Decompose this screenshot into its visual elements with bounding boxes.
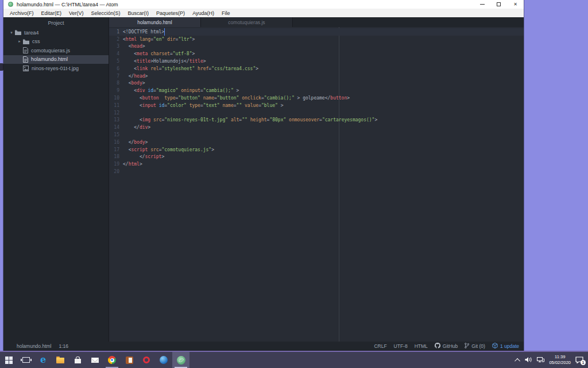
menu-item[interactable]: Paquetes(P)	[156, 10, 185, 16]
line-number: 13	[109, 117, 123, 122]
mail-envelope-icon	[91, 358, 99, 363]
tab-label: holamundo.html	[137, 20, 172, 25]
code-line[interactable]: 3 <head>	[109, 43, 524, 51]
code-text: <html lang="en" dir="ltr">	[123, 37, 195, 42]
title-bar[interactable]: holamundo.html — C:\HTML\tarea4 — Atom ✕	[3, 0, 524, 9]
status-line-ending[interactable]: CRLF	[374, 343, 386, 349]
chevron-down-icon[interactable]: ▾	[9, 30, 14, 35]
code-line[interactable]: 1<!DOCTYPE html>	[109, 28, 524, 36]
github-status[interactable]: GitHub	[435, 343, 458, 350]
store-button[interactable]	[69, 352, 86, 368]
code-line[interactable]: 14 </div>	[109, 124, 524, 131]
code-line[interactable]: 19</html>	[109, 160, 524, 168]
git-branch-icon	[465, 343, 469, 350]
line-number: 4	[109, 51, 123, 56]
windows-logo-icon	[5, 356, 13, 364]
status-bar: holamundo.html 1:16 CRLF UTF-8 HTML GitH…	[3, 342, 524, 351]
github-label: GitHub	[443, 343, 458, 349]
code-line[interactable]: 6 <link rel="stylesheet" href="css/tarea…	[109, 65, 524, 72]
git-status[interactable]: Git (0)	[465, 343, 485, 350]
menu-item[interactable]: Buscar(I)	[128, 10, 149, 16]
code-editor[interactable]: 1<!DOCTYPE html>2<html lang="en" dir="lt…	[109, 27, 524, 342]
office-document-icon	[126, 356, 133, 364]
tree-item-comotuquieras-js[interactable]: comotuquieras.js	[3, 46, 109, 55]
code-text: </body>	[123, 140, 148, 145]
line-number: 7	[109, 74, 123, 79]
blue-sphere-app-button[interactable]	[155, 352, 172, 368]
code-text: </script>	[123, 154, 164, 159]
code-line[interactable]: 5 <title>Holamundojs</title>	[109, 57, 524, 65]
code-text: <script src="comotuquieras.js">	[123, 147, 214, 152]
menu-item[interactable]: File	[222, 10, 230, 16]
file-explorer-button[interactable]	[52, 352, 69, 368]
mail-button[interactable]	[86, 352, 103, 368]
update-status[interactable]: 1 update	[492, 343, 519, 350]
minimize-button[interactable]	[474, 0, 490, 9]
line-number: 6	[109, 66, 123, 71]
volume-icon[interactable]	[525, 355, 532, 365]
text-cursor	[164, 28, 165, 36]
close-button[interactable]: ✕	[507, 0, 524, 9]
edge-button[interactable]: e	[34, 352, 52, 368]
notification-badge: 1	[581, 360, 586, 365]
task-view-button[interactable]	[17, 352, 34, 368]
code-line[interactable]: 17 <script src="comotuquieras.js">	[109, 146, 524, 154]
menu-item[interactable]: Ayuda(H)	[192, 10, 214, 16]
maximize-button[interactable]	[490, 0, 507, 9]
code-line[interactable]: 7 </head>	[109, 72, 524, 80]
line-number: 11	[109, 103, 123, 108]
code-line[interactable]: 13 <img src="ninos-reyes-01t-t.jpg" alt=…	[109, 117, 524, 124]
opera-button[interactable]	[138, 352, 155, 368]
status-grammar[interactable]: HTML	[415, 343, 428, 349]
git-label: Git (0)	[471, 343, 485, 349]
code-line[interactable]: 8 <body>	[109, 80, 524, 87]
tree-item-css[interactable]: ▸ css	[3, 37, 109, 47]
code-line[interactable]: 9 <div id="magico" oninput="cambia();" >	[109, 87, 524, 94]
action-center-button[interactable]: 1	[575, 356, 583, 363]
file-explorer-icon	[56, 358, 64, 363]
github-icon	[435, 343, 440, 350]
menu-item[interactable]: Selección(S)	[91, 10, 121, 16]
tab-holamundo-html[interactable]: holamundo.html	[109, 17, 201, 27]
code-line[interactable]: 18 </script>	[109, 154, 524, 161]
blue-sphere-app-icon	[160, 356, 168, 364]
code-line[interactable]: 2<html lang="en" dir="ltr">	[109, 36, 524, 43]
line-number: 19	[109, 162, 123, 167]
tab-comotuquieras-js[interactable]: comotuquieras.js	[201, 17, 293, 27]
code-line[interactable]: 10 <button type="button" name="button" o…	[109, 94, 524, 102]
status-encoding[interactable]: UTF-8	[394, 343, 408, 349]
code-line[interactable]: 4 <meta charset="utf-8">	[109, 50, 524, 57]
opera-icon	[143, 356, 150, 363]
tab-label: comotuquieras.js	[228, 20, 265, 25]
atom-taskbar-button[interactable]	[172, 352, 189, 368]
office-document-button[interactable]	[121, 352, 138, 368]
atom-window: holamundo.html — C:\HTML\tarea4 — Atom ✕…	[3, 0, 524, 351]
maximize-icon	[497, 2, 501, 6]
menu-item[interactable]: Editar(E)	[41, 10, 62, 16]
network-icon[interactable]	[537, 355, 544, 365]
chrome-button[interactable]	[103, 352, 121, 368]
tree-item-tarea4[interactable]: ▾ tarea4	[3, 28, 109, 37]
chevron-right-icon[interactable]: ▸	[17, 39, 22, 44]
line-number: 15	[109, 132, 123, 137]
status-file-name[interactable]: holamundo.html	[17, 343, 51, 349]
tree-item-holamundo-html[interactable]: holamundo.html	[3, 55, 109, 64]
line-number: 18	[109, 154, 123, 159]
line-number: 16	[109, 140, 123, 145]
code-text: <input id="color" type="text" name="" va…	[123, 103, 284, 108]
line-number: 12	[109, 110, 123, 116]
code-line[interactable]: 20	[109, 168, 524, 175]
clock[interactable]: 11:39 05/02/2020	[549, 354, 571, 366]
code-line[interactable]: 16 </body>	[109, 139, 524, 146]
start-button[interactable]	[0, 352, 17, 368]
menu-item[interactable]: Archivo(F)	[10, 10, 34, 16]
code-line[interactable]: 15	[109, 131, 524, 139]
tray-chevron-up-icon[interactable]	[515, 358, 521, 363]
store-bag-icon	[75, 359, 81, 363]
code-text: <button type="button" name="button" oncl…	[123, 95, 350, 101]
status-cursor-position[interactable]: 1:16	[59, 343, 68, 349]
code-line[interactable]: 12	[109, 109, 524, 117]
menu-item[interactable]: Ver(V)	[69, 10, 84, 16]
code-line[interactable]: 11 <input id="color" type="text" name=""…	[109, 102, 524, 109]
tree-item-ninos-reyes-jpg[interactable]: ninos-reyes-01t-t.jpg	[3, 64, 109, 73]
